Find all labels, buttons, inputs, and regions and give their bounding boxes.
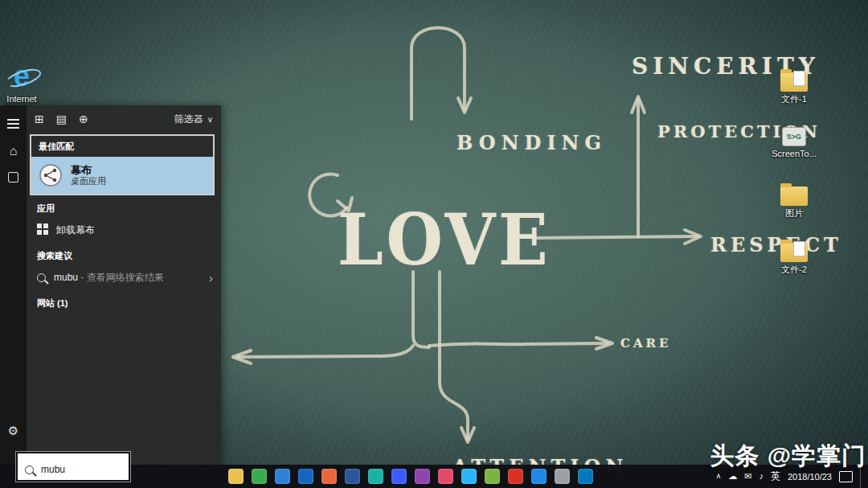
taskbar-app-blue-2[interactable] xyxy=(531,469,547,484)
search-icon xyxy=(25,465,34,474)
desktop-icon-label: ScreenTo... xyxy=(768,149,820,158)
desktop-icon-file-1[interactable]: 文件-1 xyxy=(768,68,820,104)
home-tab[interactable]: ⌂ xyxy=(0,139,27,163)
screenshot-tool-icon: S>G xyxy=(782,127,806,146)
folder-icon xyxy=(780,187,808,206)
best-match-box: 最佳匹配 幕布 桌面应用 xyxy=(30,134,215,195)
folder-document-icon xyxy=(780,72,808,92)
collection-icon xyxy=(8,172,18,182)
taskbar-app-orange[interactable] xyxy=(321,469,337,484)
websites-section-header: 网站 (1) xyxy=(27,290,221,313)
taskbar-app-purple[interactable] xyxy=(415,469,430,484)
taskbar-clock[interactable]: 2018/10/23 xyxy=(788,472,832,482)
taskbar-app-green[interactable] xyxy=(485,469,500,484)
home-icon: ⌂ xyxy=(10,144,18,158)
suggestion-text: mubu - 查看网络搜索结果 xyxy=(54,271,164,285)
taskbar-app-blue-3[interactable] xyxy=(578,469,593,484)
uninstall-mubu-item[interactable]: 卸载幕布 xyxy=(27,218,221,243)
taskbar-app-browser-blue[interactable] xyxy=(275,469,290,484)
search-rail: ⌂ ⚙ xyxy=(0,105,27,465)
filters-dropdown[interactable]: 筛选器 ∨ xyxy=(174,113,213,126)
best-match-header: 最佳匹配 xyxy=(31,136,213,157)
desktop-icon-label: 图片 xyxy=(768,208,820,218)
taskbar-app-file-explorer[interactable] xyxy=(228,469,244,484)
desktop-icon-label: 文件-1 xyxy=(768,94,820,104)
gear-icon: ⚙ xyxy=(8,424,18,438)
app-grid-icon xyxy=(37,223,42,228)
start-search-flyout: ⌂ ⚙ ⊞ ▤ ⊕ 筛选器 ∨ 最佳匹配 xyxy=(0,105,221,465)
folder-document-icon xyxy=(780,243,808,262)
apps-section-header: 应用 xyxy=(27,195,221,218)
taskbar-search-input[interactable]: mubu xyxy=(16,452,130,482)
menu-button[interactable] xyxy=(0,112,27,136)
search-results-panel: ⊞ ▤ ⊕ 筛选器 ∨ 最佳匹配 幕布 桌面应用 xyxy=(27,105,221,465)
settings-button[interactable]: ⚙ xyxy=(0,419,27,443)
documents-filter-icon[interactable]: ▤ xyxy=(56,113,67,125)
taskbar-app-music-red[interactable] xyxy=(508,469,523,484)
suggestions-section-header: 搜索建议 xyxy=(27,243,221,265)
apps-filter-icon[interactable]: ⊞ xyxy=(35,113,44,125)
taskbar-apps xyxy=(228,469,593,484)
wallpaper-word-bonding: BONDING xyxy=(457,131,607,154)
desktop-icon-screento[interactable]: S>G ScreenTo... xyxy=(768,122,820,158)
taskbar-app-word[interactable] xyxy=(345,469,360,484)
taskbar-date: 2018/10/23 xyxy=(788,472,832,482)
result-title: 幕布 xyxy=(71,164,106,176)
collections-tab[interactable] xyxy=(0,165,27,189)
taskbar-app-gray[interactable] xyxy=(555,469,570,484)
desktop-icon-pictures[interactable]: 图片 xyxy=(768,182,820,218)
watermark-handle: @学掌门 xyxy=(768,442,866,469)
watermark: 头条 @学掌门 xyxy=(710,440,866,473)
web-filter-icon[interactable]: ⊕ xyxy=(79,113,88,125)
best-match-text: 幕布 桌面应用 xyxy=(71,164,106,187)
best-match-result-mubu[interactable]: 幕布 桌面应用 xyxy=(31,157,213,194)
hamburger-icon xyxy=(7,119,19,121)
watermark-brand: 头条 xyxy=(710,442,760,469)
suggestion-query: mubu xyxy=(54,272,78,283)
uninstall-label: 卸载幕布 xyxy=(56,223,95,237)
taskbar-app-internet-explorer[interactable] xyxy=(298,469,313,484)
wallpaper-word-care: CARE xyxy=(620,336,671,351)
filters-label: 筛选器 xyxy=(174,113,203,126)
search-filter-bar: ⊞ ▤ ⊕ 筛选器 ∨ xyxy=(27,105,221,133)
tray-mail-icon[interactable]: ✉ xyxy=(744,472,751,481)
tray-sound-icon[interactable]: ♪ xyxy=(759,472,764,481)
search-query-text: mubu xyxy=(41,465,65,474)
wallpaper-word-love: LOVE xyxy=(338,198,551,281)
taskbar-app-browser-green[interactable] xyxy=(252,469,267,484)
tray-expand-chevron-icon[interactable]: ∧ xyxy=(716,473,722,480)
taskbar-app-blue[interactable] xyxy=(391,469,407,484)
internet-explorer-icon: e xyxy=(6,61,37,92)
chevron-right-icon: › xyxy=(209,271,213,285)
taskbar-app-lightblue[interactable] xyxy=(461,469,477,484)
taskbar-app-teal[interactable] xyxy=(368,469,383,484)
desktop-icon-file-2[interactable]: 文件-2 xyxy=(768,238,820,274)
web-suggestion-item[interactable]: mubu - 查看网络搜索结果 › xyxy=(27,265,221,290)
search-icon xyxy=(37,273,46,282)
desktop-icon-label: 文件-2 xyxy=(768,265,820,274)
suggestion-suffix: - 查看网络搜索结果 xyxy=(78,272,164,283)
tray-cloud-icon[interactable]: ☁ xyxy=(728,472,737,481)
chevron-down-icon: ∨ xyxy=(207,115,213,124)
mubu-app-icon xyxy=(39,163,63,187)
taskbar-app-pink[interactable] xyxy=(438,469,453,484)
result-subtitle: 桌面应用 xyxy=(71,176,106,187)
